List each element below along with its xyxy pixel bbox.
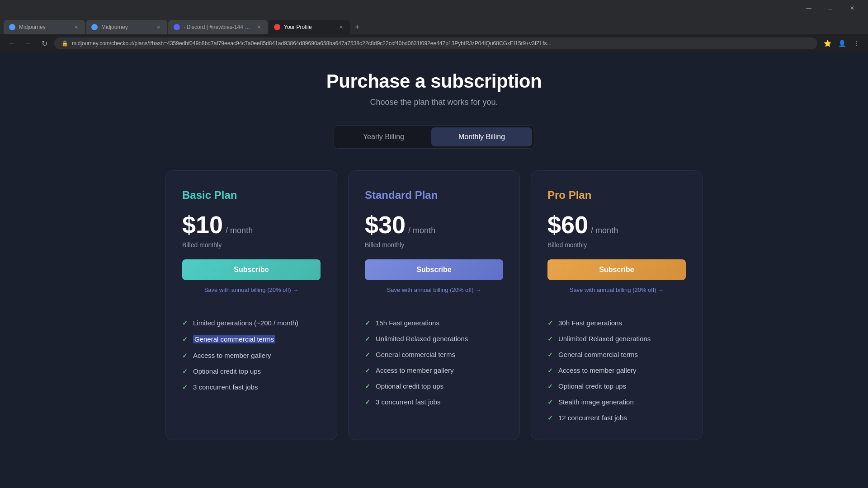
tab-your-profile[interactable]: Your Profile ✕ — [269, 20, 350, 34]
pro-annual-save-link[interactable]: Save with annual billing (20% off) → — [547, 286, 686, 293]
standard-feature-text-5: Optional credit top ups — [376, 382, 443, 390]
pricing-cards: Basic Plan $10 / month Billed monthly Su… — [9, 170, 859, 440]
pro-price-amount: $60 — [547, 211, 588, 239]
basic-features-divider — [182, 308, 321, 308]
check-icon: ✓ — [182, 319, 188, 327]
pro-feature-2: ✓ Unlimited Relaxed generations — [547, 335, 686, 343]
basic-annual-save-link[interactable]: Save with annual billing (20% off) → — [182, 286, 321, 293]
basic-subscribe-button[interactable]: Subscribe — [182, 259, 321, 280]
window-controls: — □ ✕ — [798, 1, 863, 15]
standard-feature-text-4: Access to member gallery — [376, 366, 454, 374]
pro-feature-6: ✓ Stealth image generation — [547, 398, 686, 406]
check-icon: ✓ — [182, 336, 188, 343]
check-icon: ✓ — [547, 414, 553, 422]
tab-favicon-4 — [274, 24, 280, 30]
tab-close-2[interactable]: ✕ — [155, 23, 162, 31]
pro-feature-1: ✓ 30h Fast generations — [547, 319, 686, 327]
check-icon: ✓ — [182, 368, 188, 375]
address-bar[interactable]: 🔒 midjourney.com/checkout/plans/#hash=43… — [54, 38, 817, 49]
monthly-billing-option[interactable]: Monthly Billing — [431, 127, 532, 146]
basic-feature-3: ✓ Access to member gallery — [182, 352, 321, 359]
back-button[interactable]: ← — [5, 37, 18, 50]
tab-bar: Midjourney ✕ Midjourney ✕ · Discord | #n… — [0, 16, 868, 34]
basic-feature-text-3: Access to member gallery — [193, 352, 271, 359]
check-icon: ✓ — [365, 351, 370, 358]
tab-midjourney-2[interactable]: Midjourney ✕ — [86, 20, 167, 34]
page-subtitle: Choose the plan that works for you. — [9, 98, 859, 107]
standard-feature-4: ✓ Access to member gallery — [365, 366, 503, 374]
standard-annual-save-link[interactable]: Save with annual billing (20% off) → — [365, 286, 503, 293]
basic-feature-text-1: Limited generations (~200 / month) — [193, 319, 298, 327]
pro-plan-card: Pro Plan $60 / month Billed monthly Subs… — [531, 170, 703, 440]
standard-feature-text-1: 15h Fast generations — [376, 319, 439, 327]
standard-billed-note: Billed monthly — [365, 241, 503, 249]
yearly-billing-option[interactable]: Yearly Billing — [336, 127, 431, 146]
tab-discord[interactable]: · Discord | #newbies-144 | Midj... ✕ — [168, 20, 268, 34]
page-header: Purchase a subscription Choose the plan … — [9, 70, 859, 107]
pro-price-period: / month — [591, 226, 618, 235]
pro-feature-text-4: Access to member gallery — [558, 366, 637, 374]
pro-feature-text-1: 30h Fast generations — [558, 319, 622, 327]
check-icon: ✓ — [365, 319, 370, 327]
standard-plan-card: Standard Plan $30 / month Billed monthly… — [348, 170, 520, 440]
pro-feature-list: ✓ 30h Fast generations ✓ Unlimited Relax… — [547, 319, 686, 422]
tab-title-4: Your Profile — [284, 24, 334, 30]
pro-feature-text-6: Stealth image generation — [558, 398, 634, 406]
basic-feature-text-2: General commercial terms — [193, 335, 275, 343]
basic-plan-name: Basic Plan — [182, 189, 321, 202]
basic-price-amount: $10 — [182, 211, 223, 239]
standard-feature-1: ✓ 15h Fast generations — [365, 319, 503, 327]
forward-button[interactable]: → — [22, 37, 34, 50]
tab-title-3: · Discord | #newbies-144 | Midj... — [184, 24, 251, 30]
tab-close-1[interactable]: ✕ — [72, 23, 80, 31]
check-icon: ✓ — [547, 367, 553, 374]
check-icon: ✓ — [547, 399, 553, 406]
check-icon: ✓ — [547, 335, 553, 343]
profile-button[interactable]: 👤 — [835, 37, 848, 50]
standard-plan-name: Standard Plan — [365, 189, 503, 202]
menu-button[interactable]: ⋮ — [850, 37, 863, 50]
extensions-button[interactable]: ⭐ — [821, 37, 834, 50]
pro-plan-name: Pro Plan — [547, 189, 686, 202]
basic-billed-note: Billed monthly — [182, 241, 321, 249]
minimize-button[interactable]: — — [798, 1, 819, 15]
lock-icon: 🔒 — [61, 40, 68, 47]
tab-close-3[interactable]: ✕ — [255, 23, 262, 31]
page-title: Purchase a subscription — [9, 70, 859, 92]
check-icon: ✓ — [547, 319, 553, 327]
close-button[interactable]: ✕ — [842, 1, 863, 15]
basic-plan-price: $10 / month — [182, 211, 321, 239]
maximize-button[interactable]: □ — [820, 1, 841, 15]
basic-feature-text-5: 3 concurrent fast jobs — [193, 383, 258, 391]
pro-feature-text-5: Optional credit top ups — [558, 382, 626, 390]
browser-actions: ⭐ 👤 ⋮ — [821, 37, 863, 50]
new-tab-button[interactable]: + — [351, 21, 363, 33]
page-content: Purchase a subscription Choose the plan … — [0, 52, 868, 467]
check-icon: ✓ — [182, 352, 188, 359]
pro-feature-text-2: Unlimited Relaxed generations — [558, 335, 651, 343]
pro-feature-text-3: General commercial terms — [558, 351, 638, 358]
url-text: midjourney.com/checkout/plans/#hash=4359… — [72, 40, 552, 47]
standard-feature-5: ✓ Optional credit top ups — [365, 382, 503, 390]
check-icon: ✓ — [365, 383, 370, 390]
standard-feature-text-3: General commercial terms — [376, 351, 455, 358]
basic-feature-2: ✓ General commercial terms — [182, 335, 321, 343]
check-icon: ✓ — [182, 384, 188, 391]
pro-subscribe-button[interactable]: Subscribe — [547, 259, 686, 280]
address-bar-row: ← → ↻ 🔒 midjourney.com/checkout/plans/#h… — [0, 34, 868, 52]
pro-feature-text-7: 12 concurrent fast jobs — [558, 414, 627, 422]
standard-subscribe-button[interactable]: Subscribe — [365, 259, 503, 280]
basic-plan-card: Basic Plan $10 / month Billed monthly Su… — [165, 170, 337, 440]
standard-feature-2: ✓ Unlimited Relaxed generations — [365, 335, 503, 343]
pro-billed-note: Billed monthly — [547, 241, 686, 249]
pro-plan-price: $60 / month — [547, 211, 686, 239]
tab-midjourney-1[interactable]: Midjourney ✕ — [4, 20, 85, 34]
tab-close-4[interactable]: ✕ — [337, 23, 344, 31]
check-icon: ✓ — [547, 351, 553, 358]
pro-feature-3: ✓ General commercial terms — [547, 351, 686, 358]
reload-button[interactable]: ↻ — [38, 37, 51, 50]
pro-features-divider — [547, 308, 686, 308]
pro-feature-4: ✓ Access to member gallery — [547, 366, 686, 374]
standard-feature-6: ✓ 3 concurrent fast jobs — [365, 398, 503, 406]
basic-feature-list: ✓ Limited generations (~200 / month) ✓ G… — [182, 319, 321, 391]
